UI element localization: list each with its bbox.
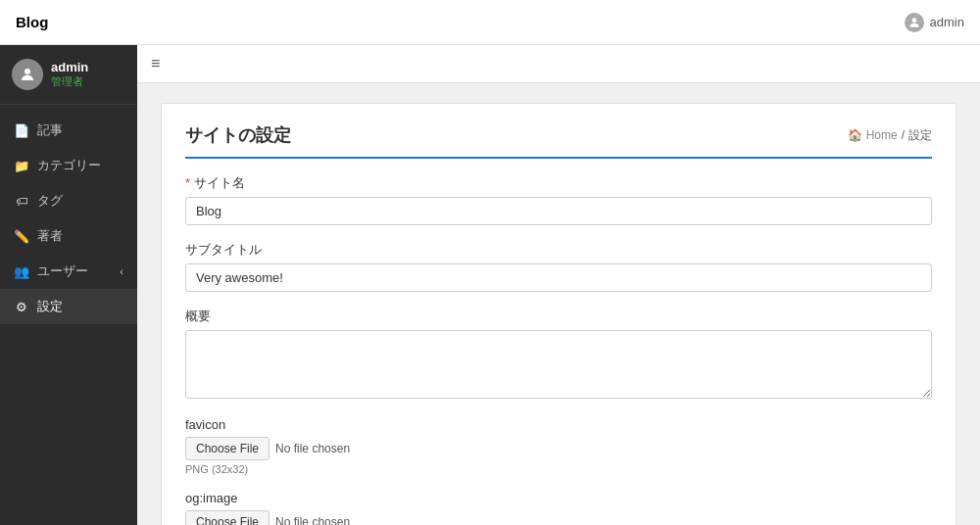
authors-icon: ✏️ xyxy=(14,229,29,244)
site-name-input[interactable] xyxy=(185,197,932,225)
sidebar-item-tags[interactable]: 🏷 タグ xyxy=(0,183,137,218)
layout: admin 管理者 📄 記事 📁 カテゴリー 🏷 タグ ✏️ 著者 👥 xyxy=(0,45,980,525)
secondary-bar: ≡ xyxy=(137,45,980,83)
page-title: サイトの設定 xyxy=(185,123,291,147)
page-header: サイトの設定 🏠 Home / 設定 xyxy=(185,123,932,159)
categories-icon: 📁 xyxy=(14,159,29,173)
sidebar-nav: 📄 記事 📁 カテゴリー 🏷 タグ ✏️ 著者 👥 ユーザー ‹ ⚙ xyxy=(0,105,137,525)
favicon-group: favicon Choose File No file chosen PNG (… xyxy=(185,417,932,475)
user-avatar-icon xyxy=(905,13,924,32)
sidebar-item-settings[interactable]: ⚙ 設定 xyxy=(0,289,137,324)
sidebar-item-users[interactable]: 👥 ユーザー ‹ xyxy=(0,254,137,289)
sidebar-label-tags: タグ xyxy=(37,192,63,210)
breadcrumb-home-icon: 🏠 xyxy=(848,128,862,142)
overview-label: 概要 xyxy=(185,308,932,325)
articles-icon: 📄 xyxy=(14,123,29,138)
topbar-user: admin xyxy=(905,13,964,32)
tags-icon: 🏷 xyxy=(14,194,29,209)
sidebar-label-authors: 著者 xyxy=(37,227,63,245)
sidebar-role: 管理者 xyxy=(51,74,88,89)
og-image-group: og:image Choose File No file chosen JPEG… xyxy=(185,491,932,525)
settings-icon: ⚙ xyxy=(14,300,29,314)
sidebar-label-users: ユーザー xyxy=(37,262,88,280)
content-area: サイトの設定 🏠 Home / 設定 サイト名 サブタイトル xyxy=(137,83,980,525)
svg-point-1 xyxy=(24,69,30,74)
favicon-no-file: No file chosen xyxy=(275,442,350,455)
subtitle-input[interactable] xyxy=(185,263,932,292)
sidebar-user-info: admin 管理者 xyxy=(0,45,137,105)
favicon-label: favicon xyxy=(185,417,932,432)
favicon-choose-button[interactable]: Choose File xyxy=(185,437,270,460)
users-icon: 👥 xyxy=(14,264,29,279)
sidebar-item-categories[interactable]: 📁 カテゴリー xyxy=(0,148,137,183)
settings-card: サイトの設定 🏠 Home / 設定 サイト名 サブタイトル xyxy=(161,103,956,525)
overview-group: 概要 xyxy=(185,308,932,402)
sidebar-label-articles: 記事 xyxy=(37,121,63,139)
og-image-choose-button[interactable]: Choose File xyxy=(185,510,270,525)
breadcrumb-separator: / xyxy=(902,128,905,142)
sidebar-item-articles[interactable]: 📄 記事 xyxy=(0,113,137,148)
topbar-username: admin xyxy=(930,15,964,29)
overview-input[interactable] xyxy=(185,330,932,399)
users-arrow-icon: ‹ xyxy=(120,265,123,277)
subtitle-group: サブタイトル xyxy=(185,241,932,292)
og-image-no-file: No file chosen xyxy=(275,515,350,525)
og-image-label: og:image xyxy=(185,491,932,505)
favicon-hint: PNG (32x32) xyxy=(185,463,932,475)
hamburger-icon[interactable]: ≡ xyxy=(151,55,160,72)
site-name-label: サイト名 xyxy=(185,174,932,192)
topbar-title: Blog xyxy=(16,14,48,30)
main-content: ≡ サイトの設定 🏠 Home / 設定 サイト名 xyxy=(137,45,980,525)
sidebar-label-settings: 設定 xyxy=(37,298,63,315)
breadcrumb: 🏠 Home / 設定 xyxy=(848,127,932,144)
sidebar-avatar xyxy=(12,59,43,90)
sidebar-label-categories: カテゴリー xyxy=(37,157,101,174)
subtitle-label: サブタイトル xyxy=(185,241,932,259)
sidebar-username: admin xyxy=(51,60,88,74)
breadcrumb-home-link[interactable]: Home xyxy=(866,128,898,142)
breadcrumb-current: 設定 xyxy=(908,127,932,144)
sidebar-item-authors[interactable]: ✏️ 著者 xyxy=(0,218,137,254)
topbar: Blog admin xyxy=(0,0,980,45)
svg-point-0 xyxy=(911,18,916,23)
sidebar: admin 管理者 📄 記事 📁 カテゴリー 🏷 タグ ✏️ 著者 👥 xyxy=(0,45,137,525)
site-name-group: サイト名 xyxy=(185,174,932,225)
